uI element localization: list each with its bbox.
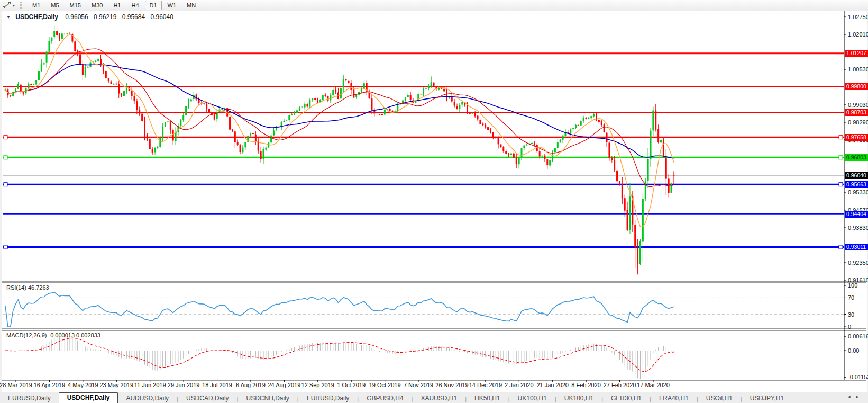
- chart-tab-USDCHF-Daily[interactable]: USDCHF,Daily: [59, 392, 118, 403]
- price-tick-0.93830: 0.93830: [848, 225, 868, 231]
- chart-symbol: USDCHF,Daily: [15, 13, 58, 21]
- rsi-panel[interactable]: [3, 292, 844, 327]
- chart-tab-USDCAD-Daily[interactable]: USDCAD,Daily: [178, 393, 237, 403]
- toolbar-grip[interactable]: [20, 2, 22, 9]
- macd-panel[interactable]: [5, 336, 674, 379]
- macd-tick-0.006167: 0.006167: [848, 333, 868, 339]
- timeframe-button-M1[interactable]: M1: [28, 1, 45, 10]
- mt4-window: ▾ M1M5M15M30H1H4D1W1MN ▼ USDCHF,Daily 0.…: [0, 0, 868, 403]
- collapse-triangle-icon[interactable]: ▼: [6, 15, 11, 20]
- date-label-21-Jan-2020: 21 Jan 2020: [536, 382, 569, 388]
- price-label-box-1.01207: 1.01207: [845, 50, 868, 57]
- chart-tab-EURUSD-Daily[interactable]: EURUSD,Daily: [0, 393, 59, 403]
- date-label-4-May-2019: 4 May 2019: [68, 382, 98, 388]
- timeframe-button-M30[interactable]: M30: [87, 1, 107, 10]
- ma-mid-line: [5, 49, 674, 187]
- timeframe-buttons: M1M5M15M30H1H4D1W1MN: [27, 1, 201, 10]
- date-label-24-Aug-2019: 24 Aug 2019: [268, 382, 300, 388]
- hline-handle-right[interactable]: [839, 245, 843, 249]
- price-tick-0.95330: 0.95330: [848, 189, 868, 195]
- chart-tab-UK100-H1[interactable]: UK100,H1: [510, 393, 555, 403]
- price-label-box-0.95663: 0.95663: [845, 181, 868, 188]
- timeframe-button-M5[interactable]: M5: [46, 1, 63, 10]
- price-label-box-0.99800: 0.99800: [845, 83, 868, 90]
- price-tick-0.98290: 0.98290: [848, 119, 868, 126]
- date-label-11-Jun-2019: 11 Jun 2019: [134, 382, 166, 388]
- price-tick-1.00530: 1.00530: [848, 66, 868, 73]
- chart-tab-GBPUSD-H4[interactable]: GBPUSD,H4: [359, 393, 411, 403]
- timeframe-button-MN[interactable]: MN: [182, 1, 200, 10]
- ma-slow-line: [5, 65, 674, 158]
- date-label-17-Mar-2020: 17 Mar 2020: [637, 382, 670, 388]
- timeframe-button-W1[interactable]: W1: [163, 1, 181, 10]
- price-label-box-0.96040: 0.96040: [845, 172, 868, 179]
- rsi-tick-30: 30: [848, 311, 854, 318]
- ohlc-open: 0.96056: [65, 13, 88, 21]
- hline-handle-right[interactable]: [839, 136, 843, 139]
- hline-handle-left[interactable]: [4, 183, 7, 186]
- date-label-27-Feb-2020: 27 Feb 2020: [604, 382, 636, 388]
- hline-handle-left[interactable]: [4, 136, 7, 139]
- candles-layer[interactable]: [5, 26, 675, 274]
- price-tick-0.99030: 0.99030: [848, 102, 868, 108]
- rsi-tick-0: 0: [848, 324, 851, 330]
- date-label-8-Feb-2020: 8 Feb 2020: [571, 382, 601, 388]
- ma-fast-line: [5, 35, 674, 227]
- hline-handle-right[interactable]: [839, 156, 843, 159]
- price-label-box-0.94404: 0.94404: [845, 211, 868, 218]
- macd-label: MACD(12,26,9) -0.000013 0.002833: [6, 332, 100, 338]
- date-label-26-Nov-2019: 26 Nov 2019: [435, 382, 468, 388]
- ohlc-high: 0.96219: [94, 13, 116, 21]
- date-label-6-Aug-2019: 6 Aug 2019: [236, 382, 266, 388]
- rsi-label: RSI(14) 46.7263: [6, 284, 49, 291]
- tab-scroll-right-icon[interactable]: ►: [855, 395, 864, 399]
- rsi-tick-70: 70: [848, 294, 854, 301]
- date-label-1-Oct-2019: 1 Oct 2019: [337, 382, 366, 388]
- chart-tab-USDCNH-Daily[interactable]: USDCNH,Daily: [238, 393, 297, 403]
- horizontal-lines-layer[interactable]: [3, 53, 844, 249]
- panel-frame: [2, 11, 866, 380]
- macd-tick--0.011531: -0.011531: [848, 374, 868, 380]
- rsi-tick-100: 100: [848, 282, 857, 289]
- date-label-12-Sep-2019: 12 Sep 2019: [301, 382, 334, 388]
- timeframe-button-D1[interactable]: D1: [145, 1, 162, 10]
- price-tick-0.92350: 0.92350: [848, 259, 868, 266]
- toolbar-dropdown-arrow-icon[interactable]: ▾: [13, 3, 15, 8]
- timeframe-button-H1[interactable]: H1: [108, 1, 125, 10]
- hline-handle-left[interactable]: [4, 156, 7, 159]
- price-tick-1.02010: 1.02010: [848, 31, 868, 38]
- date-label-2-Jan-2020: 2 Jan 2020: [505, 382, 533, 388]
- chart-tab-USDJPY-H1[interactable]: USDJPY,H1: [742, 393, 792, 403]
- chart-tab-EURUSD-Daily[interactable]: EURUSD,Daily: [299, 393, 358, 403]
- date-label-16-Apr-2019: 16 Apr 2019: [34, 382, 65, 388]
- ohlc-low: 0.95684: [122, 13, 145, 21]
- chart-tab-bar: EURUSD,DailyUSDCHF,DailyAUDUSD,Daily|USD…: [0, 392, 868, 403]
- price-tick-1.02750: 1.02750: [848, 14, 868, 20]
- price-label-box-0.96803: 0.96803: [845, 154, 868, 161]
- timeframe-button-M15[interactable]: M15: [65, 1, 86, 10]
- hline-handle-left[interactable]: [4, 245, 7, 249]
- chart-tab-AUDUSD-Daily[interactable]: AUDUSD,Daily: [118, 393, 177, 403]
- date-label-14-Dec-2019: 14 Dec 2019: [469, 382, 502, 388]
- chart-tab-HK50-H1[interactable]: HK50,H1: [467, 393, 508, 403]
- chart-tab-USOil-H1[interactable]: USOil,H1: [698, 393, 741, 403]
- timeframe-button-H4[interactable]: H4: [126, 1, 143, 10]
- chart-tab-UK100-H1[interactable]: UK100,H1: [556, 393, 601, 403]
- line-studies-icon[interactable]: [2, 1, 12, 10]
- tab-scroll-left-icon[interactable]: ◄: [847, 395, 855, 399]
- price-label-box-0.98703: 0.98703: [845, 109, 868, 116]
- macd-tick-0.00: 0.00: [848, 347, 859, 354]
- price-label-box-0.97658: 0.97658: [845, 134, 868, 141]
- date-label-23-May-2019: 23 May 2019: [99, 382, 133, 388]
- date-label-19-Oct-2019: 19 Oct 2019: [369, 382, 401, 388]
- chart-tab-XAUUSD-H1[interactable]: XAUUSD,H1: [413, 393, 465, 403]
- tab-scroll-arrows: ◄►: [847, 395, 864, 399]
- chart-tab-GER30-H1[interactable]: GER30,H1: [603, 393, 650, 403]
- date-label-18-Jul-2019: 18 Jul 2019: [202, 382, 232, 388]
- chart-tab-FRA40-H1[interactable]: FRA40,H1: [651, 393, 697, 403]
- price-chart-canvas[interactable]: [2, 11, 866, 391]
- hline-handle-right[interactable]: [839, 183, 843, 186]
- price-label-box-0.93011: 0.93011: [845, 244, 868, 250]
- chart-window: ▼ USDCHF,Daily 0.96056 0.96219 0.95684 0…: [2, 11, 867, 393]
- axis-ticks: [16, 17, 846, 382]
